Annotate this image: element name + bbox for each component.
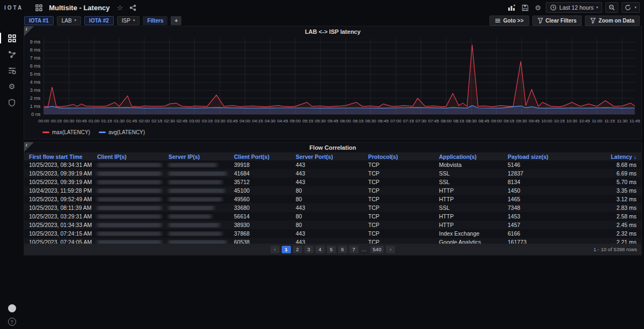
table-row[interactable]: 10/25/2023, 09:39:19 AM41684443TCPSSL128… bbox=[24, 169, 641, 178]
save-icon[interactable] bbox=[520, 3, 530, 12]
svg-text:06:45: 06:45 bbox=[378, 119, 389, 123]
svg-text:07:15: 07:15 bbox=[403, 119, 414, 123]
svg-text:2 ms: 2 ms bbox=[30, 96, 41, 101]
filter-chip-iota-2[interactable]: IOTA #2 bbox=[84, 16, 114, 25]
svg-text:09:15: 09:15 bbox=[503, 119, 515, 123]
table-row[interactable]: 10/25/2023, 09:52:49 AM4956080TCPHTTP146… bbox=[24, 195, 641, 203]
page-button-540[interactable]: 540 bbox=[370, 246, 384, 253]
svg-text:00:00: 00:00 bbox=[38, 119, 49, 123]
table-cell: 10/25/2023, 09:39:19 AM bbox=[26, 170, 94, 177]
page-button-6[interactable]: 6 bbox=[338, 246, 347, 253]
panel-info-corner[interactable]: i bbox=[24, 26, 34, 36]
next-page-button[interactable]: › bbox=[386, 246, 395, 253]
redacted-server-ip bbox=[165, 206, 231, 210]
avatar[interactable] bbox=[8, 304, 16, 312]
table-cell: 80 bbox=[292, 196, 365, 202]
table-row[interactable]: 10/25/2023, 01:34:33 AM3893080TCPHTTP145… bbox=[24, 221, 641, 229]
time-range-picker[interactable]: Last 12 hours ▾ bbox=[546, 2, 602, 13]
page-button-2[interactable]: 2 bbox=[293, 246, 302, 253]
zoom-on-data-button[interactable]: Zoom on Data bbox=[585, 16, 640, 26]
star-icon[interactable]: ☆ bbox=[115, 3, 125, 12]
panel-config-icon bbox=[8, 67, 16, 75]
redacted-server-ip bbox=[165, 223, 231, 228]
page-button-4[interactable]: 4 bbox=[316, 246, 325, 253]
svg-text:05:00: 05:00 bbox=[290, 119, 301, 123]
page-button-1[interactable]: 1 bbox=[282, 246, 291, 253]
svg-text:03:30: 03:30 bbox=[214, 119, 225, 123]
column-header-protocol-s-[interactable]: Protocol(s) bbox=[365, 153, 436, 160]
legend-swatch bbox=[42, 131, 49, 133]
filter-icon bbox=[538, 18, 543, 24]
filter-chip-iota-1[interactable]: IOTA #1 bbox=[24, 16, 54, 25]
sidebar-item-panel-config[interactable] bbox=[4, 63, 19, 77]
redacted-client-ip bbox=[94, 188, 165, 193]
add-panel-icon[interactable] bbox=[507, 3, 517, 12]
legend-item[interactable]: avg(LATENCY) bbox=[99, 129, 145, 135]
table-cell: 443 bbox=[292, 170, 365, 177]
table-cell: 8134 bbox=[504, 179, 573, 185]
latency-chart: 0 ns1 ms2 ms3 ms4 ms5 ms6 ms7 ms8 ms9 ms… bbox=[24, 35, 641, 129]
svg-text:06:30: 06:30 bbox=[365, 119, 377, 123]
svg-text:03:15: 03:15 bbox=[202, 119, 213, 123]
legend-item[interactable]: max(LATENCY) bbox=[42, 129, 90, 135]
svg-text:00:15: 00:15 bbox=[51, 119, 62, 123]
column-header-client-port-s-[interactable]: Client Port(s) bbox=[231, 153, 292, 160]
table-cell: 1453 bbox=[504, 213, 573, 220]
clear-filters-button[interactable]: Clear Filters bbox=[532, 16, 582, 26]
svg-text:06:15: 06:15 bbox=[353, 119, 364, 123]
column-header-application-s-[interactable]: Application(s) bbox=[436, 153, 504, 160]
panel-info-corner[interactable]: i bbox=[24, 142, 34, 152]
redacted-server-ip bbox=[165, 214, 231, 219]
column-header-server-ip-s-[interactable]: Server IP(s) bbox=[165, 153, 231, 160]
table-cell: 7348 bbox=[504, 204, 573, 211]
share-icon[interactable] bbox=[128, 3, 138, 12]
help-icon[interactable]: ? bbox=[8, 318, 16, 326]
prev-page-button[interactable]: ‹ bbox=[270, 246, 280, 253]
zoom-out-button[interactable] bbox=[605, 2, 618, 13]
table-row[interactable]: 10/25/2023, 09:39:19 AM35712443TCPSSL813… bbox=[24, 178, 641, 186]
redacted-client-ip bbox=[94, 197, 165, 202]
table-cell: 10/25/2023, 09:39:19 AM bbox=[26, 179, 94, 185]
filter-chip-filters[interactable]: Filters bbox=[143, 16, 167, 25]
sidebar-item-dashboards[interactable] bbox=[4, 31, 19, 45]
iota-logo[interactable]: IOTA bbox=[4, 5, 23, 11]
table-cell: 6166 bbox=[504, 230, 573, 237]
column-header-payload-size-s-[interactable]: Payload size(s) bbox=[504, 153, 573, 160]
svg-text:11:30: 11:30 bbox=[617, 119, 628, 123]
column-header-latency[interactable]: Latency ↓ bbox=[573, 153, 640, 160]
svg-text:07:45: 07:45 bbox=[428, 119, 440, 123]
refresh-icon bbox=[625, 4, 631, 11]
settings-gear-icon[interactable]: ⚙ bbox=[533, 3, 543, 12]
sidebar-item-security[interactable] bbox=[4, 96, 19, 109]
filter-chip-isp[interactable]: ISP▾ bbox=[117, 16, 140, 25]
page-button-3[interactable]: 3 bbox=[304, 246, 313, 253]
goto--button[interactable]: Goto >> bbox=[489, 16, 529, 26]
svg-text:7 ms: 7 ms bbox=[30, 55, 41, 61]
svg-text:01:15: 01:15 bbox=[101, 119, 112, 123]
svg-text:10:30: 10:30 bbox=[567, 119, 578, 123]
svg-text:03:00: 03:00 bbox=[189, 119, 201, 123]
filter-bar: IOTA #1LAB▾IOTA #2ISP▾Filters+ Goto >>Cl… bbox=[0, 15, 644, 26]
table-cell: TCP bbox=[365, 179, 436, 185]
filter-chip-lab[interactable]: LAB▾ bbox=[57, 16, 81, 25]
column-header-first-flow-start-time[interactable]: First flow start Time bbox=[26, 153, 94, 160]
svg-text:04:15: 04:15 bbox=[252, 119, 264, 123]
menu-icon bbox=[495, 18, 501, 24]
table-cell: SSL bbox=[436, 179, 504, 185]
column-header-client-ip-s-[interactable]: Client IP(s) bbox=[94, 153, 165, 160]
sidebar-item-settings[interactable]: ⚙ bbox=[4, 79, 19, 93]
table-row[interactable]: 10/25/2023, 08:34:31 AM39918443TCPMobvis… bbox=[24, 160, 641, 169]
page-button-5[interactable]: 5 bbox=[327, 246, 336, 253]
table-row[interactable]: 10/25/2023, 07:24:15 AM37868443TCPIndex … bbox=[24, 229, 641, 238]
svg-text:10:45: 10:45 bbox=[579, 119, 590, 123]
page-button-7[interactable]: 7 bbox=[349, 246, 358, 253]
table-row[interactable]: 10/25/2023, 03:29:31 AM5661480TCPHTTP145… bbox=[24, 212, 641, 221]
table-row[interactable]: 10/24/2023, 11:59:28 PM4510080TCPHTTP145… bbox=[24, 186, 641, 195]
table-row[interactable]: 10/25/2023, 08:11:39 AM33680443TCPSSL734… bbox=[24, 203, 641, 212]
filter-chip--[interactable]: + bbox=[171, 16, 181, 25]
redacted-server-ip bbox=[165, 231, 231, 236]
refresh-button[interactable]: ▾ bbox=[621, 2, 640, 13]
column-header-server-port-s-[interactable]: Server Port(s) bbox=[292, 153, 365, 160]
sidebar-item-traffic[interactable] bbox=[4, 47, 19, 61]
table-cell: 10/25/2023, 03:29:31 AM bbox=[26, 213, 94, 220]
